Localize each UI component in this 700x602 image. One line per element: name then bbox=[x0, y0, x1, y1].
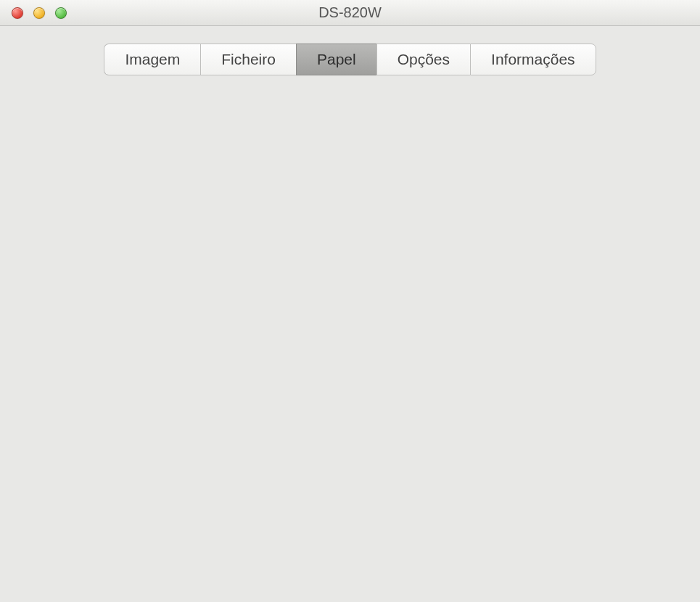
comprimento-field bbox=[545, 231, 669, 257]
largura-input[interactable] bbox=[155, 231, 263, 257]
updown-icon: ▲▼ bbox=[490, 110, 497, 124]
chevron-up-icon: ▲ bbox=[270, 184, 284, 196]
largura-field: ▲ ▼ bbox=[155, 231, 314, 257]
largura-stepper[interactable]: ▲ ▼ bbox=[269, 231, 285, 256]
comprimento-label: Comprimento: bbox=[408, 234, 538, 253]
tab-imagem[interactable]: Imagem bbox=[104, 44, 200, 75]
minimize-window-button[interactable] bbox=[33, 7, 45, 19]
desvio-y-field bbox=[545, 183, 669, 209]
titlebar: DS-820W bbox=[0, 0, 700, 26]
chevron-down-icon: ▼ bbox=[270, 244, 284, 255]
desvio-x-stepper[interactable]: ▲ ▼ bbox=[269, 184, 285, 208]
units-button[interactable]: Polegadas bbox=[518, 104, 623, 132]
window-title: DS-820W bbox=[0, 4, 700, 21]
tab-informacoes[interactable]: Informações bbox=[470, 44, 596, 75]
desvio-y-input[interactable] bbox=[545, 183, 654, 209]
radio-landscape-icon bbox=[339, 150, 354, 165]
orientation-portrait[interactable]: Retrato bbox=[220, 148, 296, 167]
units-button-label: Polegadas bbox=[535, 110, 606, 127]
tab-ficheiro[interactable]: Ficheiro bbox=[200, 44, 296, 75]
chevron-down-icon: ▼ bbox=[270, 196, 284, 207]
radio-portrait-icon bbox=[220, 150, 234, 165]
comprimento-input[interactable] bbox=[545, 231, 654, 257]
page-size-label: Tamanho página: bbox=[43, 109, 165, 128]
desvio-x-input[interactable] bbox=[155, 183, 263, 209]
tab-opcoes[interactable]: Opções bbox=[376, 44, 470, 75]
largura-label: Largura: bbox=[31, 234, 147, 253]
radio-landscape-label: Paisagem bbox=[363, 148, 434, 166]
chevron-up-icon: ▲ bbox=[270, 232, 284, 244]
traffic-lights bbox=[12, 7, 67, 19]
tabbar: Imagem Ficheiro Papel Opções Informações bbox=[0, 44, 700, 75]
tab-papel[interactable]: Papel bbox=[296, 44, 376, 75]
zoom-window-button[interactable] bbox=[55, 7, 67, 19]
desvio-x-field: ▲ ▼ bbox=[155, 183, 314, 209]
desvio-y-label: Desvio Y: bbox=[408, 186, 538, 205]
close-window-button[interactable] bbox=[12, 7, 23, 19]
radio-portrait-label: Retrato bbox=[243, 148, 295, 166]
desvio-x-label: Desvio X: bbox=[31, 186, 147, 205]
paper-panel: Tamanho página: Automático ▲▼ Polegadas … bbox=[9, 59, 691, 582]
orientation-landscape: Paisagem bbox=[339, 148, 434, 167]
page-size-value: Automático bbox=[189, 110, 265, 127]
page-size-select[interactable]: Automático ▲▼ bbox=[178, 104, 505, 132]
